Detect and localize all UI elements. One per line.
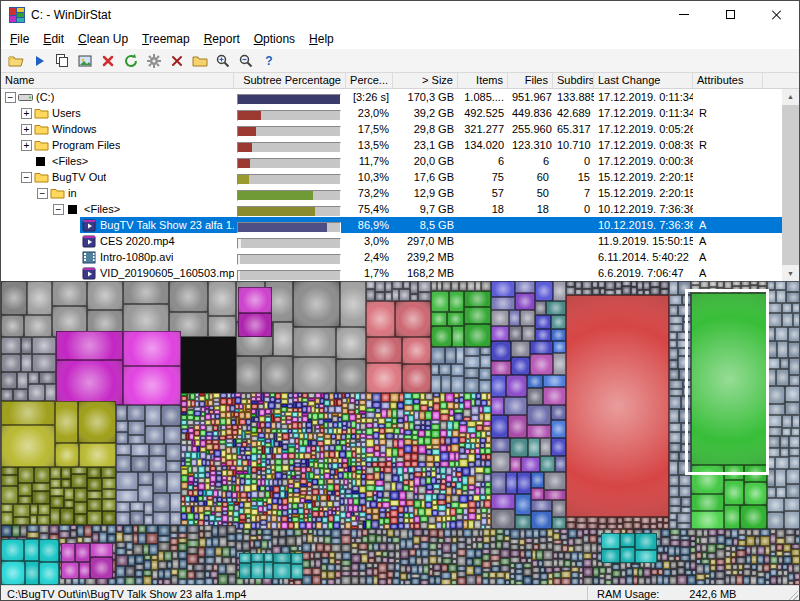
table-row[interactable]: +Windows17,5%29,8 GB321.277255.96065.317… [1,121,782,137]
open-button[interactable] [4,50,27,72]
explorer-button[interactable] [188,50,211,72]
column-header-subdirs[interactable]: Subdirs [553,73,594,88]
size-cell: 23,1 GB [393,137,458,153]
files-cell: 60 [508,169,553,185]
size-cell: 170,3 GB [393,89,458,105]
subtree-percentage-bar [234,89,346,105]
percent-cell: 10,3% [346,169,393,185]
column-header-perce[interactable]: Perce... [346,73,393,88]
folder-icon [34,139,49,152]
table-row[interactable]: CES 2020.mp43,0%297,0 MB11.9.2019. 15:50… [1,233,782,249]
column-header-subtree-percentage[interactable]: Subtree Percentage [234,73,346,88]
treemap-panel [1,281,799,585]
files-cell: 6 [508,153,553,169]
table-row[interactable]: VID_20190605_160503.mp41,7%168,2 MB6.6.2… [1,265,782,281]
menu-treemap[interactable]: Treemap [135,30,197,48]
table-row[interactable]: +Program Files13,5%23,1 GB134.020123.310… [1,137,782,153]
minimize-button[interactable] [661,1,707,28]
table-row[interactable]: −<Files>75,4%9,7 GB1818010.12.2019. 7:36… [1,201,782,217]
expander-minus-icon[interactable]: − [21,172,32,183]
menu-options[interactable]: Options [247,30,302,48]
last-change-cell: 17.12.2019. 0:00:36 [594,153,693,169]
size-cell: 29,8 GB [393,121,458,137]
item-name: Windows [52,121,97,137]
expander-minus-icon[interactable]: − [5,92,16,103]
column-header-attributes[interactable]: Attributes [693,73,763,88]
mp4-icon [82,267,97,280]
zoom-out-button[interactable] [234,50,257,72]
status-path: C:\BugTV Out\in\BugTV Talk Show 23 alfa … [1,588,587,600]
table-row[interactable]: +Users23,0%39,2 GB492.525449.83642.68917… [1,105,782,121]
name-cell: +Windows [1,121,234,137]
maximize-button[interactable] [707,1,753,28]
column-header-size[interactable]: > Size [393,73,458,88]
subdirs-cell: 0 [553,201,594,217]
menu-report[interactable]: Report [197,30,247,48]
ram-usage-value: 242,6 MB [689,588,736,600]
item-name: BugTV Talk Show 23 alfa 1.mp4 [100,217,234,233]
remove-button[interactable] [165,50,188,72]
menu-help[interactable]: Help [302,30,341,48]
table-row[interactable]: −BugTV Out10,3%17,6 GB75601515.12.2019. … [1,169,782,185]
column-header-items[interactable]: Items [458,73,508,88]
menu-clean-up[interactable]: Clean Up [71,30,135,48]
scroll-up-button[interactable]: ▲ [782,89,799,104]
table-row[interactable]: BugTV Talk Show 23 alfa 1.mp486,9%8,5 GB… [1,217,782,233]
help-button[interactable]: ? [257,50,280,72]
expander-plus-icon[interactable]: + [21,124,32,135]
configure-button[interactable] [142,50,165,72]
percent-cell: 86,9% [346,217,393,233]
name-cell: −<Files> [1,201,234,217]
title-bar: C: - WinDirStat [1,1,799,28]
name-cell: VID_20190605_160503.mp4 [1,265,234,281]
table-row[interactable]: <Files>11,7%20,0 GB66017.12.2019. 0:00:3… [1,153,782,169]
menu-bar: FileEditClean UpTreemapReportOptionsHelp [1,28,799,49]
scroll-thumb[interactable] [782,105,799,265]
last-change-cell: 17.12.2019. 0:05:26 [594,121,693,137]
screenshot-button[interactable] [73,50,96,72]
file-tree-rows: −(C:)[3:26 s]170,3 GB1.085....951.967133… [1,89,782,281]
attributes-cell: A [693,265,763,281]
files-cell: 50 [508,185,553,201]
size-cell: 8,5 GB [393,217,458,233]
column-header-files[interactable]: Files [508,73,553,88]
item-name: CES 2020.mp4 [100,233,175,249]
items-cell: 57 [458,185,508,201]
percent-cell: 75,4% [346,201,393,217]
items-cell: 321.277 [458,121,508,137]
table-row[interactable]: −(C:)[3:26 s]170,3 GB1.085....951.967133… [1,89,782,105]
column-header-name[interactable]: Name [1,73,234,88]
expander-minus-icon[interactable]: − [53,204,64,215]
expander-minus-icon[interactable]: − [37,188,48,199]
close-button[interactable] [753,1,799,28]
size-cell: 12,9 GB [393,185,458,201]
menu-edit[interactable]: Edit [36,30,71,48]
last-change-cell: 17.12.2019. 0:11:34 [594,105,693,121]
item-name: in [68,185,77,201]
vertical-scrollbar[interactable]: ▲ ▼ [782,89,799,281]
delete-button[interactable] [96,50,119,72]
percent-cell: 2,4% [346,249,393,265]
last-change-cell: 15.12.2019. 2:20:15 [594,185,693,201]
zoom-in-button[interactable] [211,50,234,72]
list-header: NameSubtree PercentagePerce...> SizeItem… [1,73,799,89]
expander-plus-icon[interactable]: + [21,108,32,119]
resume-button[interactable] [27,50,50,72]
column-header-last-change[interactable]: Last Change [594,73,693,88]
last-change-cell: 6.6.2019. 7:06:47 [594,265,693,281]
attributes-cell: A [693,249,763,265]
last-change-cell: 10.12.2019. 7:36:36 [594,217,693,233]
header-filler [763,73,799,88]
item-name: <Files> [52,153,88,169]
menu-file[interactable]: File [3,30,36,48]
treemap-canvas[interactable] [1,281,799,585]
table-row[interactable]: Intro-1080p.avi2,4%239,2 MB6.11.2014. 5:… [1,249,782,265]
refresh-button[interactable] [119,50,142,72]
copy-button[interactable] [50,50,73,72]
expander-plus-icon[interactable]: + [21,140,32,151]
table-row[interactable]: −in73,2%12,9 GB5750715.12.2019. 2:20:15 [1,185,782,201]
scroll-down-button[interactable]: ▼ [782,266,799,281]
percent-cell: 3,0% [346,233,393,249]
subtree-percentage-bar [234,265,346,281]
item-name: Intro-1080p.avi [100,249,173,265]
